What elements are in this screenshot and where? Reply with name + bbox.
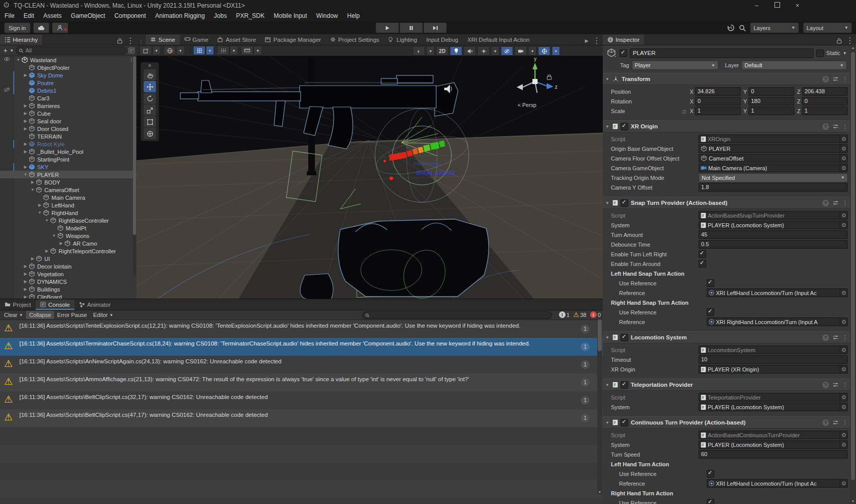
tab-project-settings[interactable]: Project Settings bbox=[326, 35, 384, 45]
hierarchy-item-dynamics[interactable]: ▶DYNAMICS bbox=[0, 278, 137, 285]
hierarchy-item-decor-lointain[interactable]: ▶Decor lointain bbox=[0, 262, 137, 270]
help-icon[interactable]: ? bbox=[822, 76, 829, 83]
hierarchy-item-vegetation[interactable]: ▶Vegetation bbox=[0, 270, 137, 278]
hierarchy-item-sky[interactable]: ▶SKY› bbox=[0, 163, 137, 171]
panel-menu-icon[interactable]: ⋮ bbox=[126, 36, 135, 45]
foldout-closed-icon[interactable]: ▶ bbox=[22, 149, 29, 154]
tab-lighting[interactable]: Lighting bbox=[384, 35, 421, 45]
hierarchy-item-rightbasecontroller[interactable]: ▼RightBaseController bbox=[0, 217, 137, 224]
object-field[interactable]: #XROrigin⊙ bbox=[699, 135, 848, 143]
foldout-open-icon[interactable]: ▼ bbox=[15, 58, 21, 62]
object-field[interactable]: #ActionBasedContinuousTurnProvider⊙ bbox=[699, 431, 848, 439]
gameobject-name-field[interactable]: PLAYER bbox=[630, 48, 814, 58]
foldout-closed-icon[interactable]: ▶ bbox=[22, 103, 29, 108]
object-field[interactable]: XRI LeftHand Locomotion/Turn (Input Ac⊙ bbox=[707, 479, 848, 488]
hierarchy-item-player[interactable]: ▼PLAYER bbox=[0, 171, 137, 178]
object-picker-icon[interactable]: ⊙ bbox=[840, 211, 847, 219]
tab-xri-default-input-action[interactable]: XRI Default Input Action bbox=[463, 35, 534, 45]
component-enabled-checkbox[interactable] bbox=[621, 419, 628, 427]
step-button[interactable] bbox=[423, 22, 447, 33]
hierarchy-item-poutre[interactable]: Poutre› bbox=[0, 79, 137, 87]
rect-tool[interactable] bbox=[144, 116, 156, 127]
view-hand-tool[interactable] bbox=[144, 69, 156, 81]
layout-dropdown[interactable]: Layout▼ bbox=[803, 22, 852, 33]
foldout-closed-icon[interactable]: ▶ bbox=[22, 272, 29, 276]
checkbox[interactable] bbox=[707, 279, 714, 287]
object-picker-icon[interactable]: ⊙ bbox=[840, 318, 847, 326]
object-picker-icon[interactable]: ⊙ bbox=[840, 164, 847, 172]
inspector-scrollbar[interactable]: ▲ ▼ bbox=[850, 45, 856, 504]
vector-z-field[interactable]: 206.438 bbox=[802, 87, 848, 96]
menu-mobile-input[interactable]: Mobile Input bbox=[269, 11, 311, 21]
foldout-open-icon[interactable]: ▼ bbox=[44, 218, 50, 223]
object-field[interactable]: #PLAYER (XR Origin)⊙ bbox=[699, 365, 848, 374]
close-button[interactable]: × bbox=[794, 2, 801, 9]
mode-2d-button[interactable]: 2D bbox=[436, 46, 448, 56]
vector-y-field[interactable]: 0 bbox=[748, 87, 794, 96]
console-entry[interactable]: ⚠[16:11:36] Assets\Scripts\AmmoAffichage… bbox=[0, 374, 603, 391]
object-field[interactable]: #PLAYER (Locomotion System)⊙ bbox=[699, 403, 848, 411]
shading-mode-icon[interactable]: ◐ bbox=[413, 46, 425, 56]
checkbox[interactable] bbox=[707, 499, 714, 504]
editor-dropdown[interactable]: Editor▼ bbox=[90, 311, 117, 319]
help-icon[interactable]: ? bbox=[822, 200, 829, 206]
foldout-closed-icon[interactable]: ▶ bbox=[22, 279, 29, 284]
presets-icon[interactable] bbox=[833, 124, 839, 129]
hierarchy-item-clipboard[interactable]: ▶ClipBoard bbox=[0, 293, 137, 299]
foldout-closed-icon[interactable]: ▶ bbox=[22, 165, 29, 169]
foldout-closed-icon[interactable]: ▶ bbox=[22, 142, 29, 146]
object-picker-icon[interactable]: ⊙ bbox=[840, 480, 847, 487]
foldout-closed-icon[interactable]: ▶ bbox=[58, 241, 64, 246]
object-picker-icon[interactable]: ⊙ bbox=[840, 365, 847, 373]
checkbox[interactable] bbox=[707, 470, 714, 478]
foldout-closed-icon[interactable]: ▶ bbox=[22, 126, 29, 131]
foldout-open-icon[interactable]: ▼ bbox=[605, 420, 610, 425]
vector-x-field[interactable]: 34.826 bbox=[695, 87, 741, 96]
object-picker-icon[interactable]: ⊙ bbox=[840, 289, 847, 297]
search-filter-icon[interactable] bbox=[128, 47, 135, 54]
dock-menu-icon[interactable]: ⋮ bbox=[137, 39, 146, 45]
active-checkbox[interactable] bbox=[620, 49, 627, 57]
component-enabled-checkbox[interactable] bbox=[621, 199, 628, 207]
lock-icon[interactable] bbox=[837, 38, 842, 44]
link-constrain-icon[interactable]: ∅ bbox=[682, 109, 686, 115]
object-field[interactable]: #TeleportationProvider⊙ bbox=[699, 393, 848, 402]
warning-count-toggle[interactable]: ⚠38 bbox=[573, 311, 586, 319]
static-caret[interactable]: ▼ bbox=[843, 51, 847, 56]
tab-overflow-icon[interactable]: ▶ bbox=[585, 38, 588, 43]
pivot-globe-icon[interactable] bbox=[164, 46, 176, 55]
tab-game[interactable]: Game bbox=[180, 35, 213, 45]
text-field[interactable]: 60 bbox=[699, 450, 848, 459]
shading-caret[interactable]: ▼ bbox=[426, 46, 435, 56]
tab-console[interactable]: Console bbox=[36, 300, 74, 310]
object-picker-icon[interactable]: ⊙ bbox=[840, 154, 847, 162]
pause-button[interactable] bbox=[399, 22, 423, 33]
component-enabled-checkbox[interactable] bbox=[621, 381, 628, 389]
object-picker-icon[interactable]: ⊙ bbox=[840, 145, 847, 152]
hierarchy-item-modelpt[interactable]: ModelPt bbox=[0, 224, 137, 232]
tab-project[interactable]: Project bbox=[0, 300, 36, 310]
dropdown-field[interactable]: Not Specified▼ bbox=[699, 173, 848, 182]
hierarchy-item-lefthand[interactable]: ▶LeftHand bbox=[0, 201, 137, 209]
component-header-snap-turn-provider-action-based[interactable]: ▼#Snap Turn Provider (Action-based)?⋮ bbox=[603, 197, 850, 209]
tab-inspector[interactable]: Inspector bbox=[603, 35, 644, 45]
foldout-open-icon[interactable]: ▼ bbox=[30, 188, 36, 192]
menu-window[interactable]: Window bbox=[312, 11, 343, 21]
increment-snap-caret[interactable]: ▼ bbox=[230, 46, 238, 55]
hierarchy-item-robot-kyle[interactable]: ▶Robot Kyle bbox=[0, 140, 137, 148]
console-search-input[interactable] bbox=[362, 311, 552, 319]
foldout-closed-icon[interactable]: ▶ bbox=[30, 256, 36, 261]
menu-pxr-sdk[interactable]: PXR_SDK bbox=[231, 11, 269, 21]
object-picker-icon[interactable]: ⊙ bbox=[840, 431, 847, 439]
hierarchy-item-seal-door[interactable]: ▶Seal door bbox=[0, 117, 137, 125]
hierarchy-item-ar-camo[interactable]: ▶AR Camo bbox=[0, 240, 137, 247]
visibility-eye-off-icon[interactable] bbox=[4, 87, 10, 94]
hierarchy-item-wasteland[interactable]: ▼Wasteland⋮ bbox=[0, 56, 137, 64]
console-scrollbar[interactable]: ▼ bbox=[597, 319, 602, 494]
gizmos-icon[interactable] bbox=[538, 46, 550, 56]
minimize-button[interactable]: – bbox=[753, 2, 760, 9]
text-field[interactable]: 10 bbox=[699, 355, 848, 364]
static-checkbox[interactable] bbox=[816, 49, 824, 57]
tool-settings-caret[interactable]: ▼ bbox=[152, 46, 160, 55]
hierarchy-item-weapons[interactable]: ▼Weapons bbox=[0, 232, 137, 240]
